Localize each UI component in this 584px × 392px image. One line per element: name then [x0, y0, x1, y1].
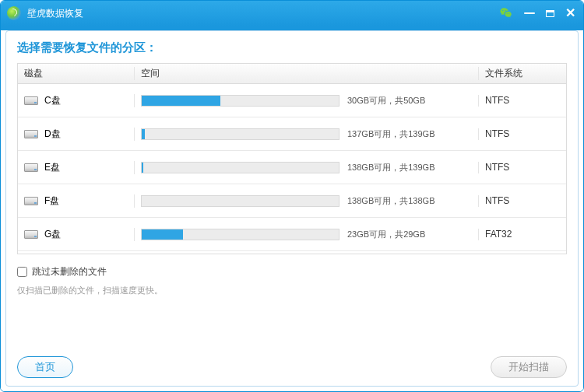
window-title: 壁虎数据恢复	[27, 7, 83, 20]
app-logo-icon	[7, 6, 21, 20]
table-body: C盘30GB可用，共50GBNTFSD盘137GB可用，共139GBNTFSE盘…	[18, 84, 566, 251]
titlebar[interactable]: 壁虎数据恢复 ✕	[1, 1, 583, 26]
disk-icon	[24, 230, 38, 239]
start-scan-button[interactable]: 开始扫描	[491, 356, 567, 378]
maximize-icon[interactable]	[546, 10, 554, 17]
table-row[interactable]: C盘30GB可用，共50GBNTFS	[18, 84, 566, 117]
main-panel: 选择需要恢复文件的分区： 磁盘 空间 文件系统 C盘30GB可用，共50GBNT…	[5, 30, 579, 387]
fs-text: NTFS	[485, 128, 509, 139]
window-controls: ✕	[499, 6, 575, 20]
partition-table: 磁盘 空间 文件系统 C盘30GB可用，共50GBNTFSD盘137GB可用，共…	[17, 63, 567, 254]
table-header: 磁盘 空间 文件系统	[18, 64, 566, 84]
page-heading: 选择需要恢复文件的分区：	[17, 40, 567, 55]
space-text: 137GB可用，共139GB	[347, 128, 435, 140]
usage-bar	[141, 128, 339, 140]
usage-bar	[141, 229, 339, 240]
usage-bar	[141, 95, 339, 107]
table-row[interactable]: D盘137GB可用，共139GBNTFS	[18, 117, 566, 151]
wechat-icon[interactable]	[499, 6, 513, 20]
disk-name: D盘	[44, 128, 61, 141]
fs-text: NTFS	[485, 95, 509, 106]
body: 选择需要恢复文件的分区： 磁盘 空间 文件系统 C盘30GB可用，共50GBNT…	[1, 26, 583, 391]
footer: 首页 开始扫描	[17, 355, 567, 378]
skip-checkbox[interactable]	[17, 267, 27, 277]
space-text: 138GB可用，共138GB	[347, 195, 435, 207]
skip-hint: 仅扫描已删除的文件，扫描速度更快。	[17, 285, 567, 296]
table-row[interactable]: E盘138GB可用，共139GBNTFS	[18, 151, 566, 184]
table-row[interactable]: F盘138GB可用，共138GBNTFS	[18, 184, 566, 218]
fs-text: FAT32	[485, 229, 512, 240]
app-window: 壁虎数据恢复 ✕ 选择需要恢复文件的分区： 磁盘 空间 文件系统 C盘30GB可…	[0, 0, 584, 392]
close-icon[interactable]: ✕	[565, 7, 575, 19]
space-text: 138GB可用，共139GB	[347, 162, 435, 173]
usage-bar	[141, 195, 339, 207]
col-disk: 磁盘	[18, 67, 135, 80]
usage-bar	[141, 162, 339, 173]
disk-icon	[24, 197, 38, 205]
col-fs: 文件系统	[479, 67, 566, 80]
disk-name: G盘	[44, 228, 61, 241]
home-button[interactable]: 首页	[17, 356, 73, 378]
minimize-icon[interactable]	[524, 12, 535, 14]
space-text: 30GB可用，共50GB	[347, 95, 425, 107]
disk-name: C盘	[44, 94, 61, 107]
disk-name: E盘	[44, 161, 60, 174]
skip-option[interactable]: 跳过未删除的文件	[17, 265, 567, 278]
disk-name: F盘	[44, 194, 59, 208]
col-space: 空间	[135, 67, 479, 80]
disk-icon	[24, 163, 38, 172]
skip-label: 跳过未删除的文件	[32, 265, 107, 278]
space-text: 23GB可用，共29GB	[347, 229, 425, 240]
fs-text: NTFS	[485, 162, 509, 173]
fs-text: NTFS	[485, 195, 509, 206]
table-row[interactable]: G盘23GB可用，共29GBFAT32	[18, 218, 566, 251]
disk-icon	[24, 130, 38, 138]
disk-icon	[24, 96, 38, 105]
